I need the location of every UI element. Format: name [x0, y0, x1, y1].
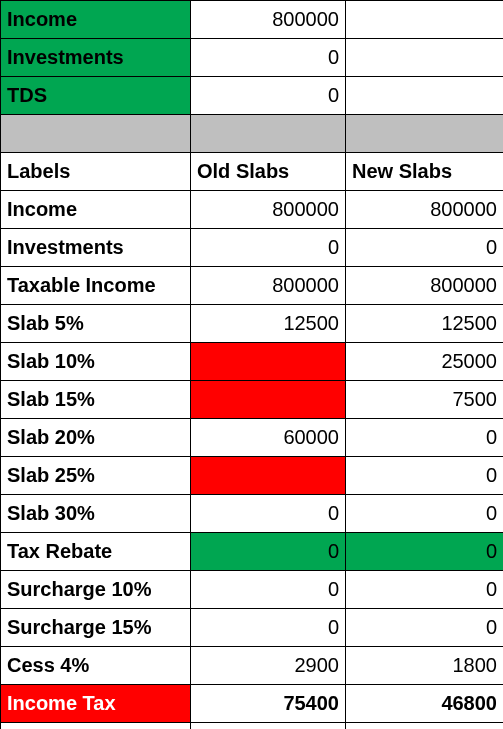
input-row-income: Income 800000	[1, 1, 504, 39]
cell-old: 0	[191, 609, 346, 647]
cell-old: 0	[191, 533, 346, 571]
cell-old: 2900	[191, 647, 346, 685]
cell-new: 0	[346, 571, 504, 609]
cell-new: 0	[346, 609, 504, 647]
header-new: New Slabs	[346, 153, 504, 191]
cell-new: 800000	[346, 267, 504, 305]
cell-new: 25000	[346, 343, 504, 381]
cell-old: 12500	[191, 305, 346, 343]
cell-new: 0	[346, 229, 504, 267]
row-slab-25: Slab 25% 0	[1, 457, 504, 495]
row-income-tax: Income Tax 75400 46800	[1, 685, 504, 723]
row-taxable-income: Taxable Income 800000 800000	[1, 267, 504, 305]
row-slab-5: Slab 5% 12500 12500	[1, 305, 504, 343]
row-tax-refund: Tax Refund 0 0	[1, 723, 504, 730]
cell-new: 46800	[346, 685, 504, 723]
cell-label: Surcharge 15%	[1, 609, 191, 647]
input-investments-value: 0	[191, 39, 346, 77]
cell-new: 800000	[346, 191, 504, 229]
row-surcharge-10: Surcharge 10% 0 0	[1, 571, 504, 609]
cell-new: 0	[346, 533, 504, 571]
cell-new: 1800	[346, 647, 504, 685]
separator-cell	[1, 115, 191, 153]
cell-label: Income Tax	[1, 685, 191, 723]
cell-label: Tax Refund	[1, 723, 191, 730]
cell-label: Slab 30%	[1, 495, 191, 533]
cell-label: Slab 25%	[1, 457, 191, 495]
row-investments: Investments 0 0	[1, 229, 504, 267]
input-row-tds: TDS 0	[1, 77, 504, 115]
cell-label: Cess 4%	[1, 647, 191, 685]
cell-new: 12500	[346, 305, 504, 343]
cell-old: 0	[191, 229, 346, 267]
cell-old: 0	[191, 723, 346, 730]
cell-label: Taxable Income	[1, 267, 191, 305]
header-row: Labels Old Slabs New Slabs	[1, 153, 504, 191]
input-tds-blank	[346, 77, 504, 115]
row-slab-30: Slab 30% 0 0	[1, 495, 504, 533]
cell-new: 0	[346, 457, 504, 495]
cell-old	[191, 343, 346, 381]
cell-label: Income	[1, 191, 191, 229]
header-old: Old Slabs	[191, 153, 346, 191]
row-slab-20: Slab 20% 60000 0	[1, 419, 504, 457]
cell-new: 0	[346, 723, 504, 730]
cell-old: 0	[191, 571, 346, 609]
input-tds-label: TDS	[1, 77, 191, 115]
input-income-value: 800000	[191, 1, 346, 39]
row-cess-4: Cess 4% 2900 1800	[1, 647, 504, 685]
cell-label: Slab 20%	[1, 419, 191, 457]
input-tds-value: 0	[191, 77, 346, 115]
input-investments-blank	[346, 39, 504, 77]
row-surcharge-15: Surcharge 15% 0 0	[1, 609, 504, 647]
cell-old: 800000	[191, 267, 346, 305]
cell-old	[191, 381, 346, 419]
cell-old: 0	[191, 495, 346, 533]
cell-old: 800000	[191, 191, 346, 229]
cell-label: Slab 5%	[1, 305, 191, 343]
row-income: Income 800000 800000	[1, 191, 504, 229]
cell-label: Slab 15%	[1, 381, 191, 419]
cell-new: 7500	[346, 381, 504, 419]
cell-label: Investments	[1, 229, 191, 267]
input-income-blank	[346, 1, 504, 39]
cell-new: 0	[346, 419, 504, 457]
cell-label: Surcharge 10%	[1, 571, 191, 609]
row-slab-15: Slab 15% 7500	[1, 381, 504, 419]
tax-table: Income 800000 Investments 0 TDS 0 Labels…	[0, 0, 503, 729]
input-row-investments: Investments 0	[1, 39, 504, 77]
cell-label: Tax Rebate	[1, 533, 191, 571]
row-slab-10: Slab 10% 25000	[1, 343, 504, 381]
cell-old	[191, 457, 346, 495]
cell-new: 0	[346, 495, 504, 533]
input-income-label: Income	[1, 1, 191, 39]
separator-cell	[191, 115, 346, 153]
separator-cell	[346, 115, 504, 153]
input-investments-label: Investments	[1, 39, 191, 77]
row-tax-rebate: Tax Rebate 0 0	[1, 533, 504, 571]
header-labels: Labels	[1, 153, 191, 191]
cell-label: Slab 10%	[1, 343, 191, 381]
separator-row	[1, 115, 504, 153]
cell-old: 60000	[191, 419, 346, 457]
cell-old: 75400	[191, 685, 346, 723]
